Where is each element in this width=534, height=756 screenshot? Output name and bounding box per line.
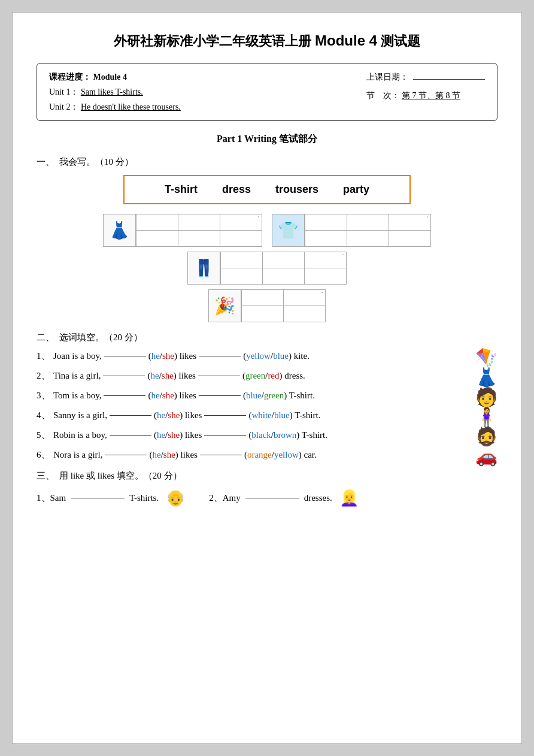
course-value: Module 4: [93, 72, 127, 81]
item4-text1: Sanny is a girl,: [53, 410, 107, 421]
cell: [347, 214, 389, 231]
item2-green: green: [245, 371, 265, 381]
item2-pre: 2、Amy: [209, 492, 241, 504]
cell: [221, 268, 263, 285]
item1-blank1: [104, 356, 146, 356]
item6-num: 6、: [37, 449, 53, 461]
vocab-row1: 👗 👕: [103, 214, 431, 247]
cell: [284, 306, 326, 322]
word-dress: dress: [222, 183, 251, 195]
item1-blank2: [199, 356, 241, 356]
section3-label: 用 like 或 likes 填空。（20 分）: [59, 470, 182, 482]
section2-header: 二、 选词填空。（20 分）: [37, 332, 497, 343]
item2-she: she: [162, 371, 174, 381]
item1-text3: kite.: [292, 351, 310, 361]
item6-text2: likes: [178, 450, 198, 460]
item6-blank2: [200, 455, 242, 455]
cell: [305, 231, 347, 247]
vocab-tshirt: 👕: [272, 214, 431, 247]
cell: [136, 214, 178, 231]
item4-num: 4、: [37, 410, 53, 421]
title-chinese: 外研社新标准小学二年级英语上册: [114, 34, 311, 49]
item1-she: she: [162, 351, 174, 361]
item1-num: 1、: [37, 350, 53, 362]
item1-img: 🪁: [475, 347, 497, 368]
cell: [305, 268, 347, 285]
cell: [136, 231, 178, 247]
item2-blank: [245, 498, 299, 498]
trousers-img: 👖: [187, 252, 220, 285]
section1: 一、 我会写。（10 分） T-shirt dress trousers par…: [37, 156, 497, 322]
item2-post: dresses.: [304, 493, 332, 503]
item2-text2: likes: [177, 371, 196, 381]
item5-blank2: [204, 435, 246, 436]
item5-text3: T-shirt.: [299, 430, 327, 440]
item1-text2: likes: [177, 351, 196, 361]
item3-img: 🧑: [475, 386, 497, 407]
unit1-label: Unit 1：: [49, 87, 78, 96]
item4-blank1: [110, 415, 151, 416]
section3-item1: 1、Sam T-shirts. 👴: [37, 489, 185, 507]
cell: [263, 268, 305, 285]
fill-item-5: 5、 Robin is a boy, (he/she) likes (black…: [37, 430, 497, 441]
item6-orange: orange: [247, 450, 272, 460]
item6-yellow: yellow: [274, 450, 299, 460]
item4-white: white: [251, 410, 271, 421]
item4-she: she: [168, 410, 180, 421]
section2-label: 选词填空。（20 分）: [59, 332, 142, 343]
date-label: 上课日期：: [366, 72, 408, 81]
item5-img: 🧔: [475, 426, 497, 447]
item1-he: he: [151, 351, 160, 361]
item2-num: 2、: [37, 370, 53, 382]
fill-item-1: 1、 Joan is a boy, (he/she) likes (yellow…: [37, 350, 497, 362]
item5-he: he: [157, 430, 165, 440]
cell: [389, 214, 431, 231]
section1-header: 一、 我会写。（10 分）: [37, 156, 497, 168]
cell: [347, 231, 389, 247]
item6-she: she: [163, 450, 175, 460]
word-party: party: [343, 183, 369, 195]
party-img: 🎉: [208, 289, 241, 322]
main-title: 外研社新标准小学二年级英语上册 Module 4 测试题: [37, 31, 497, 51]
info-right: 上课日期： 节 次： 第 7 节、第 8 节: [366, 69, 486, 103]
word-trousers: trousers: [275, 183, 318, 195]
info-box: 课程进度： Module 4 Unit 1： Sam likes T-shirt…: [37, 63, 497, 122]
item4-img: 🧍‍♀️: [475, 406, 497, 427]
item3-text2: likes: [177, 391, 196, 401]
item4-blank2: [204, 415, 246, 416]
item5-num: 5、: [37, 430, 53, 441]
cell: [284, 290, 326, 306]
cell: [389, 231, 431, 247]
item5-black: black: [251, 430, 271, 440]
section2-num: 二、: [37, 332, 54, 343]
cell: [178, 231, 220, 247]
class-sub: 次：: [383, 91, 400, 100]
cell: [220, 231, 262, 247]
tshirt-img: 👕: [272, 214, 305, 247]
item5-she: she: [168, 430, 180, 440]
item4-blue: blue: [274, 410, 290, 421]
item1-char: 👴: [166, 489, 185, 507]
section3-items-row: 1、Sam T-shirts. 👴 2、Amy dresses. 👱‍♀️: [37, 489, 497, 507]
trousers-grid: [220, 252, 347, 285]
item3-he: he: [151, 391, 159, 401]
vocab-trousers: 👖: [187, 252, 347, 285]
item2-he: he: [150, 371, 159, 381]
dress-img: 👗: [103, 214, 136, 247]
item6-text3: car.: [302, 450, 317, 460]
item1-post: T-shirts.: [129, 493, 159, 503]
item2-char: 👱‍♀️: [339, 489, 359, 507]
cell: [178, 214, 220, 231]
item5-text2: likes: [183, 430, 202, 440]
unit2-text: He doesn't like these trousers.: [81, 102, 181, 111]
info-left: 课程进度： Module 4 Unit 1： Sam likes T-shirt…: [49, 69, 181, 115]
section1-num: 一、: [37, 156, 54, 168]
cell: [220, 214, 262, 231]
item1-pre: 1、Sam: [37, 492, 66, 504]
cell: [305, 252, 347, 268]
item1-blue: blue: [273, 351, 289, 361]
cell: [242, 290, 284, 306]
vocab-party: 🎉: [208, 289, 326, 322]
class-value: 第 7 节、第 8 节: [402, 91, 460, 100]
item2-text1: Tina is a girl,: [53, 371, 101, 381]
